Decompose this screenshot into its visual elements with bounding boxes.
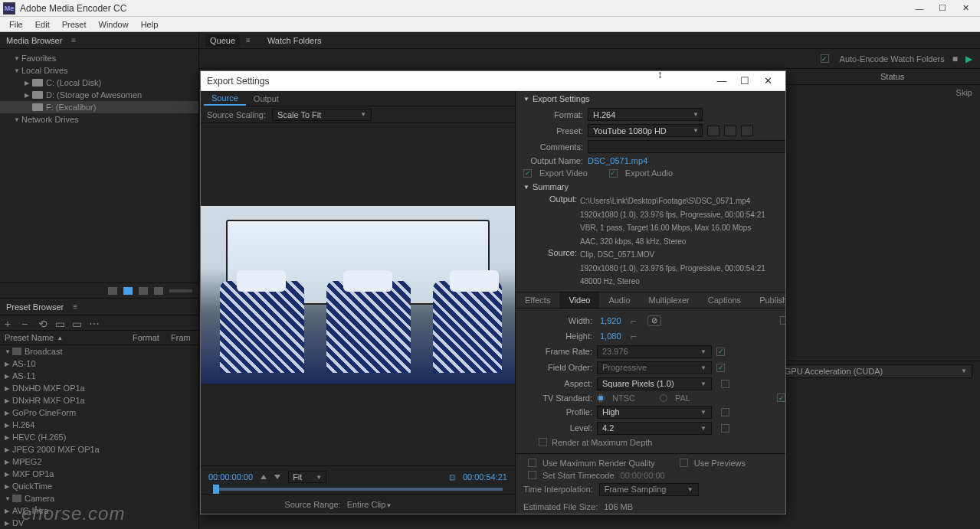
source-scaling-dropdown[interactable]: Scale To Fit▼ bbox=[272, 109, 372, 121]
zoom-fit-dropdown[interactable]: Fit▼ bbox=[288, 471, 326, 483]
panel-menu-icon[interactable]: ≡ bbox=[73, 302, 77, 311]
out-point-icon[interactable] bbox=[274, 475, 280, 479]
import-preset-icon[interactable] bbox=[724, 126, 736, 136]
close-icon[interactable]: ≡ bbox=[246, 36, 251, 44]
timeline-slider[interactable] bbox=[213, 488, 503, 491]
preset-item[interactable]: ▶JPEG 2000 MXF OP1a bbox=[0, 443, 198, 456]
preset-group[interactable]: ▼Broadcast bbox=[0, 345, 198, 358]
menu-preset[interactable]: Preset bbox=[56, 18, 93, 31]
watch-folders-tab[interactable]: Watch Folders bbox=[263, 34, 326, 47]
view-thumb-icon[interactable] bbox=[123, 287, 133, 295]
preset-dropdown[interactable]: YouTube 1080p HD▼ bbox=[588, 124, 703, 137]
video-tab[interactable]: Video bbox=[559, 292, 599, 308]
preset-group[interactable]: ▼Camera bbox=[0, 492, 198, 505]
save-preset-icon[interactable] bbox=[707, 126, 719, 136]
preset-item[interactable]: ▶H.264 bbox=[0, 419, 198, 431]
source-tab[interactable]: Source bbox=[204, 92, 246, 106]
framerate-dropdown[interactable]: 23.976▼ bbox=[597, 345, 712, 358]
menu-help[interactable]: Help bbox=[135, 18, 165, 31]
drive-c[interactable]: ▶C: (Local Disk) bbox=[0, 77, 198, 89]
match-source-checkbox[interactable] bbox=[780, 316, 785, 325]
dlg-close-button[interactable]: ✕ bbox=[756, 75, 779, 87]
folder-icon[interactable]: ▭ bbox=[72, 318, 83, 328]
dlg-minimize-button[interactable]: — bbox=[710, 75, 733, 87]
drive-f[interactable]: ▶F: (Excalibur) bbox=[0, 101, 198, 113]
stop-button[interactable]: ■ bbox=[952, 54, 958, 64]
menu-edit[interactable]: Edit bbox=[29, 18, 56, 31]
col-preset-name[interactable]: Preset Name bbox=[5, 333, 54, 342]
delete-preset-icon[interactable] bbox=[741, 126, 753, 136]
ntsc-radio[interactable] bbox=[597, 394, 605, 402]
publish-tab[interactable]: Publish bbox=[750, 292, 785, 308]
timecode-in[interactable]: 00:00:00:00 bbox=[208, 472, 253, 482]
source-range-dropdown[interactable]: Entire Clip▼ bbox=[347, 500, 431, 509]
col-frame[interactable]: Fram bbox=[171, 333, 194, 342]
media-browser-tab[interactable]: Media Browser bbox=[6, 36, 62, 45]
time-interp-dropdown[interactable]: Frame Sampling▼ bbox=[599, 483, 699, 496]
pal-radio[interactable] bbox=[660, 394, 667, 402]
remove-preset-icon[interactable]: − bbox=[21, 318, 32, 328]
col-format[interactable]: Format bbox=[133, 333, 171, 342]
match-level-checkbox[interactable] bbox=[721, 424, 729, 433]
drive-d[interactable]: ▶D: (Storage of Awesomen bbox=[0, 89, 198, 101]
preset-item[interactable]: ▶HEVC (H.265) bbox=[0, 431, 198, 443]
export-video-checkbox[interactable] bbox=[523, 169, 532, 178]
local-drives-node[interactable]: ▼Local Drives bbox=[0, 64, 198, 77]
preset-item[interactable]: ▶QuickTime bbox=[0, 480, 198, 492]
link-dimensions-icon[interactable]: ⊘ bbox=[647, 315, 661, 326]
use-previews-checkbox[interactable] bbox=[680, 459, 688, 467]
close-button[interactable]: ✕ bbox=[954, 1, 977, 16]
add-preset-icon[interactable]: + bbox=[5, 318, 15, 328]
level-dropdown[interactable]: 4.2▼ bbox=[597, 422, 712, 435]
sync-preset-icon[interactable]: ⟲ bbox=[38, 318, 49, 328]
start-queue-button[interactable]: ▶ bbox=[965, 54, 972, 64]
use-max-render-checkbox[interactable] bbox=[528, 459, 536, 467]
menu-window[interactable]: Window bbox=[93, 18, 135, 31]
new-folder-icon[interactable]: ▭ bbox=[55, 318, 66, 328]
comments-input[interactable] bbox=[588, 140, 785, 153]
set-start-tc-checkbox[interactable] bbox=[528, 471, 536, 479]
match-aspect-checkbox[interactable] bbox=[721, 380, 729, 388]
view-icon-b[interactable] bbox=[154, 287, 163, 295]
export-audio-checkbox[interactable] bbox=[609, 169, 618, 178]
preset-item[interactable]: ▶DV bbox=[0, 517, 198, 529]
output-name-link[interactable]: DSC_0571.mp4 bbox=[588, 156, 647, 165]
view-list-icon[interactable] bbox=[108, 287, 117, 295]
panel-menu-icon[interactable]: ≡ bbox=[71, 36, 76, 44]
thumb-size-slider[interactable] bbox=[169, 289, 192, 292]
audio-tab[interactable]: Audio bbox=[599, 292, 639, 308]
preset-item[interactable]: ▶MPEG2 bbox=[0, 456, 198, 468]
crop-icon[interactable]: ⊡ bbox=[449, 473, 455, 482]
preset-item[interactable]: ▶MXF OP1a bbox=[0, 468, 198, 480]
match-tvstd-checkbox[interactable] bbox=[777, 393, 785, 402]
preset-item[interactable]: ▶AS-11 bbox=[0, 370, 198, 382]
multiplexer-tab[interactable]: Multiplexer bbox=[640, 292, 699, 308]
match-framerate-checkbox[interactable] bbox=[716, 348, 725, 356]
render-max-depth-checkbox[interactable] bbox=[539, 438, 547, 446]
preset-item[interactable]: ▶AS-10 bbox=[0, 358, 198, 370]
view-icon-a[interactable] bbox=[139, 287, 148, 295]
effects-tab[interactable]: Effects bbox=[516, 292, 559, 308]
width-value[interactable]: 1,920 bbox=[597, 316, 624, 325]
minimize-button[interactable]: — bbox=[908, 1, 931, 16]
output-tab[interactable]: Output bbox=[246, 93, 287, 105]
preset-item[interactable]: ▶AVC-Intra bbox=[0, 505, 198, 517]
aspect-dropdown[interactable]: Square Pixels (1.0)▼ bbox=[597, 377, 712, 390]
menu-file[interactable]: File bbox=[3, 18, 29, 31]
preset-item[interactable]: ▶GoPro CineForm bbox=[0, 407, 198, 419]
maximize-button[interactable]: ☐ bbox=[931, 1, 954, 16]
format-dropdown[interactable]: H.264▼ bbox=[588, 108, 703, 121]
auto-encode-checkbox[interactable] bbox=[821, 54, 829, 63]
preset-browser-tab[interactable]: Preset Browser bbox=[6, 302, 64, 312]
preset-item[interactable]: ▶DNxHR MXF OP1a bbox=[0, 394, 198, 407]
match-profile-checkbox[interactable] bbox=[721, 408, 729, 416]
profile-dropdown[interactable]: High▼ bbox=[597, 406, 712, 419]
in-point-icon[interactable] bbox=[261, 475, 267, 479]
match-fieldorder-checkbox[interactable] bbox=[716, 364, 725, 372]
queue-tab[interactable]: Queue bbox=[205, 34, 240, 47]
preset-item[interactable]: ▶DNxHD MXF OP1a bbox=[0, 382, 198, 394]
height-value[interactable]: 1,080 bbox=[597, 331, 624, 341]
network-drives-node[interactable]: ▼Network Drives bbox=[0, 113, 198, 126]
favorites-node[interactable]: ▼Favorites bbox=[0, 52, 198, 64]
settings-icon[interactable]: ⋯ bbox=[89, 318, 100, 328]
